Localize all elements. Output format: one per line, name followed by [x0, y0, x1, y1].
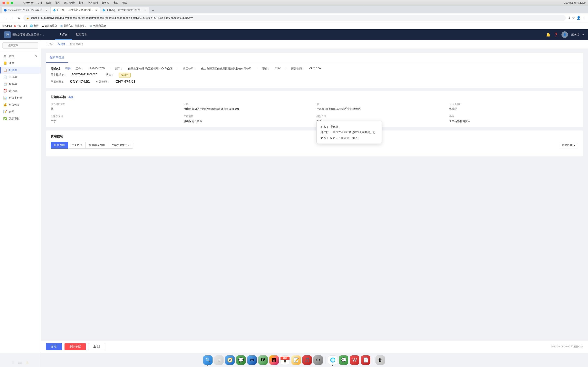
nav-data-analysis[interactable]: 数据分析	[72, 29, 91, 40]
bookmark-translate[interactable]: 🌐 翻译	[30, 24, 39, 27]
menu-edit[interactable]: 编辑	[46, 1, 52, 5]
detail-cell-project-name: 工程项目 佛山保利云禧园	[183, 115, 312, 123]
sidebar-item-application[interactable]: 📄 申请单	[0, 74, 41, 81]
dock-messages[interactable]: 💬	[236, 355, 246, 365]
mail-icon: ✉	[250, 358, 254, 363]
menu-chrome[interactable]: Chrome	[24, 1, 34, 5]
dock-mail[interactable]: ✉	[247, 355, 257, 365]
refresh-button[interactable]: ↻	[16, 16, 21, 20]
expense-detail-link[interactable]: 详情	[65, 67, 71, 71]
dock-wps[interactable]: W	[350, 355, 359, 365]
photos-icon: 🖼	[272, 358, 276, 363]
menu-help[interactable]: 帮助	[122, 1, 128, 5]
user-dropdown-icon[interactable]: ▾	[582, 33, 584, 36]
bookmark-alibaba-mail[interactable]: 📧 登录入口_阿里邮箱...	[60, 24, 87, 27]
tooltip-bank: 开户行： 中国农业银行股份有限公司顺德分行	[321, 130, 378, 134]
menu-view[interactable]: 视图	[55, 1, 61, 5]
sidebar-item-b2b[interactable]: 📊 对公支付单	[0, 94, 41, 101]
manual-fee-button[interactable]: 手录费用	[68, 142, 86, 149]
bookmark-kingdee[interactable]: ☁ 金蝶云星空	[42, 24, 57, 27]
dock-chrome[interactable]: 🌐	[328, 355, 337, 365]
dock-settings[interactable]: ⚙	[313, 355, 323, 365]
dock-calendar[interactable]: 10月 8	[280, 355, 290, 365]
app-logo: 恒 恒融数字建设装饰工程（佛山...	[4, 31, 45, 38]
search-input[interactable]	[2, 42, 38, 49]
sidebar-item-myaudit[interactable]: ✅ 我的审批	[0, 115, 41, 122]
sidebar-item-pending[interactable]: ⏰ 待还款	[0, 87, 41, 94]
dock-notes[interactable]: 📝	[291, 355, 301, 365]
menu-window[interactable]: 窗口	[113, 1, 119, 5]
bookmark-oa[interactable]: 🏢 oa登录系统	[89, 24, 106, 27]
forward-button[interactable]: →	[9, 16, 14, 20]
window-controls[interactable]	[2, 2, 13, 4]
detail-edit-link[interactable]: 编辑	[68, 95, 74, 99]
invoice-fee-button[interactable]: 发票生成费用 ▾	[108, 142, 133, 149]
dock-maps[interactable]: 🗺	[258, 355, 268, 365]
submit-button[interactable]: 提 交	[46, 343, 62, 350]
user-name[interactable]: 梁永煌	[571, 33, 579, 36]
more-options-icon[interactable]: ⋮	[582, 16, 586, 20]
sidebar-item-collection[interactable]: 💰 对公收款	[0, 101, 41, 108]
bookmark-youtube[interactable]: ▶ YouTube	[15, 25, 27, 27]
sidebar-item-home[interactable]: ⊞ 首页 ⚙	[0, 53, 41, 60]
dock-music[interactable]: 🎵	[302, 355, 312, 365]
sidebar-item-accounts[interactable]: 📒 账本	[0, 60, 41, 67]
wps-icon: W	[353, 358, 357, 363]
tab-1-favicon: 🔵	[4, 9, 7, 12]
sidebar-label-application: 申请单	[9, 75, 17, 79]
sidebar-item-expense[interactable]: 📋 报销单	[0, 67, 41, 74]
batch-import-button[interactable]: 批量导入费用	[86, 142, 108, 149]
launchpad-icon: ⊞	[217, 358, 221, 362]
dock-wechat[interactable]: 💬	[339, 355, 348, 365]
tab-1-close[interactable]: ✕	[45, 8, 48, 12]
tab-2-close[interactable]: ✕	[95, 8, 98, 12]
tab-expense-info[interactable]: 报销单信息	[46, 53, 68, 63]
minimize-button[interactable]	[7, 2, 9, 4]
dock-photos[interactable]: 🖼	[269, 355, 279, 365]
breadcrumb-workbench[interactable]: 工作台	[46, 42, 54, 46]
menu-file[interactable]: 文件	[37, 1, 43, 5]
notification-icon[interactable]: 🔔	[546, 33, 550, 37]
fee-section-header: 费用信息	[51, 134, 578, 138]
bookmark-translate-icon: 🌐	[30, 25, 33, 27]
tab-2[interactable]: 💠 汇联易 | 一站式商旅及费用报销S... ✕	[51, 7, 100, 13]
close-button[interactable]	[2, 2, 5, 4]
maximize-button[interactable]	[11, 2, 13, 4]
bookmark-gmail-icon: ✉	[2, 25, 4, 27]
tooltip-account-no: 账号： 6228481459934199172	[321, 136, 378, 140]
delete-button[interactable]: 删除单据	[65, 343, 86, 350]
account-fee-button[interactable]: 账本费用	[51, 142, 68, 149]
bookmark-star-icon[interactable]: ☆	[572, 16, 575, 20]
dock-safari[interactable]: 🧭	[225, 355, 234, 365]
company-field-value: 佛山市顺德区佳涂乐恒融建筑装饰有限公司-101	[183, 107, 312, 111]
expense-owner-name: 梁永煌	[51, 67, 61, 71]
tab-3-close[interactable]: ✕	[144, 8, 147, 12]
tab-3[interactable]: 💠 汇联易 | 一站式商旅及费用报销S... ✕	[100, 7, 149, 13]
dock-trash[interactable]: 🗑	[375, 355, 385, 365]
help-icon[interactable]: ❓	[554, 33, 558, 37]
profile-icon[interactable]: 👤	[577, 16, 581, 20]
status-label: 状态：	[106, 73, 114, 76]
back-button[interactable]: ←	[2, 16, 7, 20]
dock-launchpad[interactable]: ⊞	[214, 355, 224, 365]
tab-1[interactable]: 🔵 Catala企业门户（佳涂乐恒融建... ✕	[2, 7, 51, 13]
url-bar[interactable]: 🔒 console-a2.huilianyi.com/main/expense-…	[23, 15, 566, 21]
back-action-button[interactable]: 返 回	[88, 343, 105, 350]
new-tab-button[interactable]: +	[150, 8, 156, 13]
dock-pdf[interactable]: 📄	[361, 355, 370, 365]
report-no-label: 日常报销单：	[51, 73, 67, 76]
menu-tabs[interactable]: 标签页	[102, 1, 110, 5]
menu-bookmarks[interactable]: 书签	[78, 1, 84, 5]
sidebar-item-contract[interactable]: 📝 合同	[0, 108, 41, 115]
wechat-icon: 💬	[341, 358, 346, 363]
nav-workbench[interactable]: 工作台	[55, 29, 72, 40]
sidebar-item-loan[interactable]: 📑 借款单	[0, 81, 41, 87]
bookmark-gmail[interactable]: ✉ Gmail	[2, 25, 12, 27]
settings-icon[interactable]: ⚙	[33, 54, 38, 59]
menu-profile[interactable]: 个人资料	[87, 1, 98, 5]
breadcrumb-expense[interactable]: 报销单	[58, 42, 66, 46]
fee-mode-button[interactable]: 普通模式 ▾	[559, 142, 578, 149]
dock-finder[interactable]: 🔍	[203, 355, 213, 365]
download-icon[interactable]: ⬇	[568, 16, 571, 20]
menu-history[interactable]: 历史记录	[64, 1, 75, 5]
